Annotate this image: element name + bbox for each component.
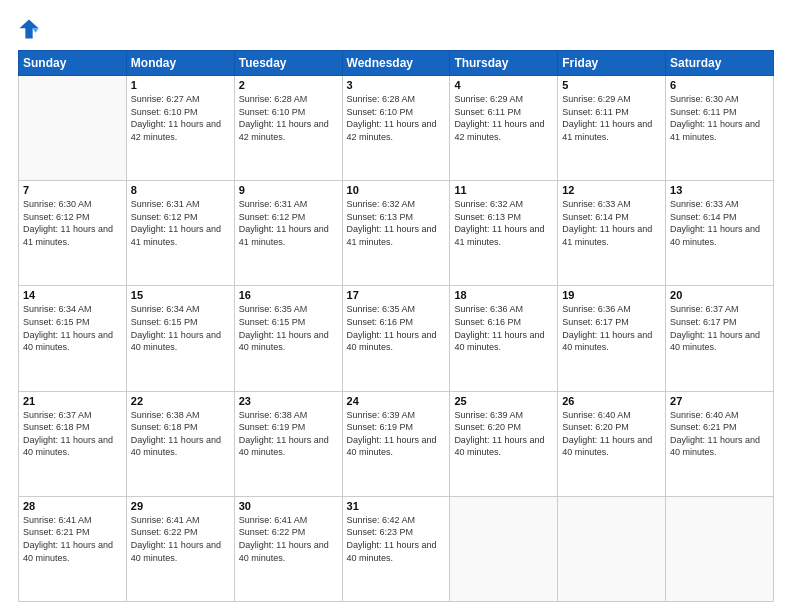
calendar-cell: 17 Sunrise: 6:35 AM Sunset: 6:16 PM Dayl…: [342, 286, 450, 391]
sunrise-label: Sunrise: 6:33 AM: [670, 199, 739, 209]
calendar-cell: 22 Sunrise: 6:38 AM Sunset: 6:18 PM Dayl…: [126, 391, 234, 496]
calendar-cell: [450, 496, 558, 601]
calendar-week-row: 21 Sunrise: 6:37 AM Sunset: 6:18 PM Dayl…: [19, 391, 774, 496]
sunrise-label: Sunrise: 6:27 AM: [131, 94, 200, 104]
calendar-week-row: 1 Sunrise: 6:27 AM Sunset: 6:10 PM Dayli…: [19, 76, 774, 181]
sunset-label: Sunset: 6:11 PM: [670, 107, 737, 117]
sunset-label: Sunset: 6:11 PM: [562, 107, 629, 117]
daylight-label: Daylight: 11 hours and 41 minutes.: [239, 224, 329, 247]
day-number: 28: [23, 500, 122, 512]
calendar-cell: 11 Sunrise: 6:32 AM Sunset: 6:13 PM Dayl…: [450, 181, 558, 286]
sunset-label: Sunset: 6:22 PM: [239, 527, 306, 537]
calendar-cell: 10 Sunrise: 6:32 AM Sunset: 6:13 PM Dayl…: [342, 181, 450, 286]
calendar-week-row: 7 Sunrise: 6:30 AM Sunset: 6:12 PM Dayli…: [19, 181, 774, 286]
sunrise-label: Sunrise: 6:30 AM: [670, 94, 739, 104]
day-info: Sunrise: 6:32 AM Sunset: 6:13 PM Dayligh…: [454, 198, 553, 248]
sunset-label: Sunset: 6:18 PM: [23, 422, 90, 432]
sunset-label: Sunset: 6:19 PM: [347, 422, 414, 432]
calendar-cell: 23 Sunrise: 6:38 AM Sunset: 6:19 PM Dayl…: [234, 391, 342, 496]
day-number: 22: [131, 395, 230, 407]
daylight-label: Daylight: 11 hours and 41 minutes.: [131, 224, 221, 247]
day-number: 7: [23, 184, 122, 196]
sunrise-label: Sunrise: 6:34 AM: [131, 304, 200, 314]
sunset-label: Sunset: 6:16 PM: [454, 317, 521, 327]
day-number: 12: [562, 184, 661, 196]
calendar-cell: 9 Sunrise: 6:31 AM Sunset: 6:12 PM Dayli…: [234, 181, 342, 286]
sunrise-label: Sunrise: 6:38 AM: [131, 410, 200, 420]
day-number: 10: [347, 184, 446, 196]
day-info: Sunrise: 6:29 AM Sunset: 6:11 PM Dayligh…: [562, 93, 661, 143]
logo: [18, 18, 42, 40]
day-info: Sunrise: 6:41 AM Sunset: 6:22 PM Dayligh…: [239, 514, 338, 564]
sunset-label: Sunset: 6:10 PM: [131, 107, 198, 117]
day-number: 6: [670, 79, 769, 91]
sunset-label: Sunset: 6:13 PM: [347, 212, 414, 222]
daylight-label: Daylight: 11 hours and 42 minutes.: [131, 119, 221, 142]
page: SundayMondayTuesdayWednesdayThursdayFrid…: [0, 0, 792, 612]
sunrise-label: Sunrise: 6:41 AM: [23, 515, 92, 525]
calendar-cell: 4 Sunrise: 6:29 AM Sunset: 6:11 PM Dayli…: [450, 76, 558, 181]
day-info: Sunrise: 6:42 AM Sunset: 6:23 PM Dayligh…: [347, 514, 446, 564]
sunrise-label: Sunrise: 6:29 AM: [562, 94, 631, 104]
calendar-week-row: 14 Sunrise: 6:34 AM Sunset: 6:15 PM Dayl…: [19, 286, 774, 391]
day-info: Sunrise: 6:27 AM Sunset: 6:10 PM Dayligh…: [131, 93, 230, 143]
sunset-label: Sunset: 6:20 PM: [562, 422, 629, 432]
sunset-label: Sunset: 6:12 PM: [23, 212, 90, 222]
sunset-label: Sunset: 6:11 PM: [454, 107, 521, 117]
calendar-day-header: Wednesday: [342, 51, 450, 76]
calendar-cell: 3 Sunrise: 6:28 AM Sunset: 6:10 PM Dayli…: [342, 76, 450, 181]
day-number: 2: [239, 79, 338, 91]
day-info: Sunrise: 6:29 AM Sunset: 6:11 PM Dayligh…: [454, 93, 553, 143]
svg-marker-1: [33, 28, 39, 32]
calendar-cell: 14 Sunrise: 6:34 AM Sunset: 6:15 PM Dayl…: [19, 286, 127, 391]
day-info: Sunrise: 6:31 AM Sunset: 6:12 PM Dayligh…: [239, 198, 338, 248]
sunset-label: Sunset: 6:21 PM: [670, 422, 737, 432]
sunset-label: Sunset: 6:22 PM: [131, 527, 198, 537]
sunrise-label: Sunrise: 6:32 AM: [454, 199, 523, 209]
day-info: Sunrise: 6:30 AM Sunset: 6:12 PM Dayligh…: [23, 198, 122, 248]
daylight-label: Daylight: 11 hours and 41 minutes.: [670, 119, 760, 142]
day-number: 11: [454, 184, 553, 196]
calendar-cell: 31 Sunrise: 6:42 AM Sunset: 6:23 PM Dayl…: [342, 496, 450, 601]
day-number: 9: [239, 184, 338, 196]
day-info: Sunrise: 6:34 AM Sunset: 6:15 PM Dayligh…: [131, 303, 230, 353]
sunset-label: Sunset: 6:12 PM: [239, 212, 306, 222]
day-number: 24: [347, 395, 446, 407]
sunset-label: Sunset: 6:18 PM: [131, 422, 198, 432]
sunrise-label: Sunrise: 6:37 AM: [670, 304, 739, 314]
sunrise-label: Sunrise: 6:42 AM: [347, 515, 416, 525]
sunset-label: Sunset: 6:23 PM: [347, 527, 414, 537]
calendar-day-header: Thursday: [450, 51, 558, 76]
day-info: Sunrise: 6:36 AM Sunset: 6:16 PM Dayligh…: [454, 303, 553, 353]
calendar-cell: 21 Sunrise: 6:37 AM Sunset: 6:18 PM Dayl…: [19, 391, 127, 496]
calendar-cell: 27 Sunrise: 6:40 AM Sunset: 6:21 PM Dayl…: [666, 391, 774, 496]
day-number: 21: [23, 395, 122, 407]
calendar-cell: 6 Sunrise: 6:30 AM Sunset: 6:11 PM Dayli…: [666, 76, 774, 181]
daylight-label: Daylight: 11 hours and 40 minutes.: [239, 330, 329, 353]
daylight-label: Daylight: 11 hours and 41 minutes.: [562, 119, 652, 142]
sunrise-label: Sunrise: 6:38 AM: [239, 410, 308, 420]
day-info: Sunrise: 6:32 AM Sunset: 6:13 PM Dayligh…: [347, 198, 446, 248]
day-number: 4: [454, 79, 553, 91]
calendar-header-row: SundayMondayTuesdayWednesdayThursdayFrid…: [19, 51, 774, 76]
daylight-label: Daylight: 11 hours and 42 minutes.: [347, 119, 437, 142]
calendar-day-header: Monday: [126, 51, 234, 76]
daylight-label: Daylight: 11 hours and 40 minutes.: [347, 540, 437, 563]
day-number: 8: [131, 184, 230, 196]
daylight-label: Daylight: 11 hours and 41 minutes.: [347, 224, 437, 247]
day-info: Sunrise: 6:33 AM Sunset: 6:14 PM Dayligh…: [670, 198, 769, 248]
day-number: 26: [562, 395, 661, 407]
day-info: Sunrise: 6:38 AM Sunset: 6:19 PM Dayligh…: [239, 409, 338, 459]
daylight-label: Daylight: 11 hours and 41 minutes.: [562, 224, 652, 247]
day-info: Sunrise: 6:39 AM Sunset: 6:20 PM Dayligh…: [454, 409, 553, 459]
day-info: Sunrise: 6:39 AM Sunset: 6:19 PM Dayligh…: [347, 409, 446, 459]
day-info: Sunrise: 6:40 AM Sunset: 6:21 PM Dayligh…: [670, 409, 769, 459]
calendar-table: SundayMondayTuesdayWednesdayThursdayFrid…: [18, 50, 774, 602]
daylight-label: Daylight: 11 hours and 42 minutes.: [454, 119, 544, 142]
day-number: 31: [347, 500, 446, 512]
sunrise-label: Sunrise: 6:37 AM: [23, 410, 92, 420]
daylight-label: Daylight: 11 hours and 40 minutes.: [239, 435, 329, 458]
calendar-day-header: Tuesday: [234, 51, 342, 76]
calendar-cell: 30 Sunrise: 6:41 AM Sunset: 6:22 PM Dayl…: [234, 496, 342, 601]
daylight-label: Daylight: 11 hours and 40 minutes.: [347, 330, 437, 353]
